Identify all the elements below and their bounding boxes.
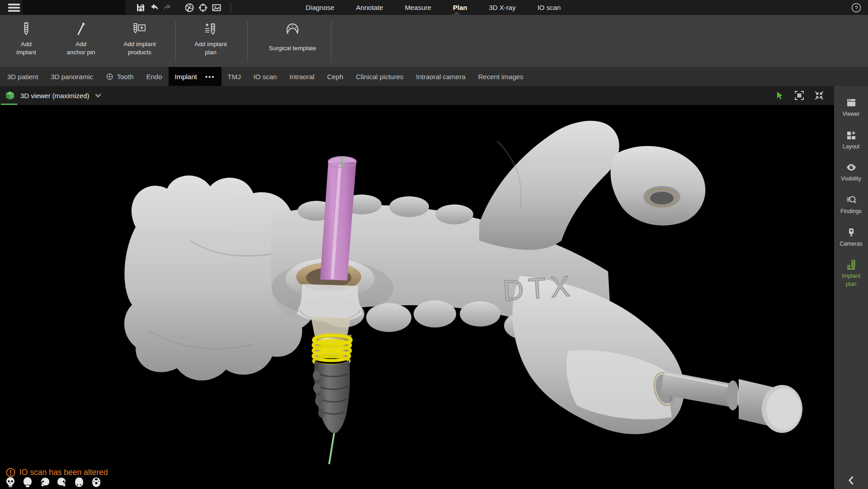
implant-icon [20, 22, 32, 36]
implant-axis-line-top [342, 157, 342, 167]
implant-plan-icon [203, 22, 218, 36]
findings-icon [846, 195, 857, 205]
tab-label: Intraoral [289, 73, 314, 81]
sidebar-item-cameras[interactable]: Cameras [834, 221, 868, 254]
tab-label: 3D patient [7, 73, 38, 81]
anchor-pin-icon [75, 22, 87, 36]
chevron-down-icon[interactable] [94, 91, 102, 100]
tooth-icon [106, 73, 113, 81]
io-scan-warning: IO scan has been altered [6, 468, 108, 477]
sidebar-item-label: plan [846, 281, 857, 288]
tab-recent-images[interactable]: Recent images [472, 67, 530, 86]
add-implant-products-button[interactable]: Add implantproducts [111, 15, 168, 67]
surgical-template-icon [284, 22, 301, 36]
viewer-panel: 3D viewer (maximized) [0, 86, 834, 489]
3d-canvas[interactable]: DTX [0, 105, 834, 489]
tab-3d-patient[interactable]: 3D patient [1, 67, 44, 86]
plan-active-notch [453, 11, 461, 15]
tab-implant[interactable]: Implant ••• [169, 67, 222, 86]
view-orientation-buttons [5, 476, 102, 488]
target-icon[interactable] [198, 3, 208, 13]
button-label: anchor pin [66, 48, 95, 57]
patient-info-area [23, 0, 126, 15]
window-icon [846, 97, 857, 108]
menu-annotate[interactable]: Annotate [356, 4, 383, 11]
sidebar-item-label: Cameras [840, 241, 863, 248]
topbar-separator [231, 3, 231, 13]
skull-left-icon[interactable] [39, 476, 51, 488]
undo-icon[interactable] [149, 3, 159, 13]
add-anchor-pin-button[interactable]: Addanchor pin [56, 15, 106, 67]
sidebar-item-label: Layout [843, 143, 860, 151]
skull-bottom-icon[interactable] [90, 476, 102, 488]
tab-label: TMJ [228, 73, 241, 81]
menu-plan[interactable]: Plan [453, 4, 467, 11]
menu-diagnose[interactable]: Diagnose [306, 4, 334, 11]
menu-measure[interactable]: Measure [405, 4, 431, 11]
restore-view-icon[interactable] [814, 90, 824, 100]
tab-label: Ceph [327, 73, 343, 81]
tab-ceph[interactable]: Ceph [321, 67, 349, 86]
3d-cube-icon [5, 90, 15, 100]
add-implant-button[interactable]: Addimplant [7, 15, 45, 67]
sidebar-item-label: Visibility [841, 176, 861, 183]
add-implant-plan-button[interactable]: Add implantplan [182, 15, 239, 67]
warning-text: IO scan has been altered [19, 468, 108, 477]
viewer-title: 3D viewer (maximized) [20, 92, 90, 100]
sidebar-item-layout[interactable]: Layout [834, 124, 868, 157]
viewer-header: 3D viewer (maximized) [0, 86, 834, 105]
button-label: Add [66, 40, 95, 48]
aperture-icon[interactable] [184, 3, 194, 13]
skull-front-icon[interactable] [5, 476, 16, 488]
button-label: Surgical template [269, 44, 316, 52]
tab-intraoral-camera[interactable]: Intraoral camera [410, 67, 472, 86]
camera-icon [846, 227, 857, 238]
button-label: implant [16, 48, 36, 57]
sidebar-item-visibility[interactable]: Visibility [834, 156, 868, 189]
head-top-icon[interactable] [73, 476, 85, 488]
tab-intraoral[interactable]: Intraoral [283, 67, 321, 86]
sidebar-item-implant-plan[interactable]: Implant plan [834, 253, 868, 294]
cursor-icon[interactable] [774, 90, 784, 100]
workspace-tabs: 3D patient 3D panoramic Tooth Endo Impla… [0, 67, 868, 86]
toolbar-separator [247, 20, 248, 62]
menu-3d-xray[interactable]: 3D X-ray [489, 4, 516, 11]
tab-clinical-pictures[interactable]: Clinical pictures [349, 67, 410, 86]
tab-label: Implant [175, 73, 197, 81]
surgical-template-button[interactable]: Surgical template [254, 15, 331, 67]
tab-label: IO scan [254, 73, 277, 81]
eye-icon [846, 162, 857, 173]
implant-body[interactable] [313, 360, 350, 433]
button-label: products [123, 48, 156, 57]
redo-icon[interactable] [163, 3, 173, 13]
warning-icon [6, 468, 15, 477]
right-sidebar: Viewer Layout Visibility [834, 86, 868, 489]
head-back-icon[interactable] [22, 476, 33, 488]
chevron-left-icon[interactable] [845, 475, 857, 486]
button-label: Add [16, 40, 36, 48]
tab-tooth[interactable]: Tooth [99, 67, 140, 86]
button-label: Add implant [123, 40, 156, 48]
skull-right-icon[interactable] [56, 476, 68, 488]
menu-icon[interactable] [8, 4, 20, 12]
tab-implant-overflow[interactable]: ••• [205, 73, 215, 81]
tab-io-scan[interactable]: IO scan [247, 67, 283, 86]
tab-tmj[interactable]: TMJ [222, 67, 247, 86]
button-label: Add implant [194, 40, 226, 48]
save-icon[interactable] [136, 3, 146, 13]
image-icon[interactable] [212, 3, 222, 13]
sidebar-item-viewer[interactable]: Viewer [834, 91, 868, 124]
tab-3d-panoramic[interactable]: 3D panoramic [44, 67, 99, 86]
tab-label: Endo [146, 73, 162, 81]
help-icon[interactable]: ? [851, 2, 862, 13]
button-label: plan [194, 48, 226, 57]
sidebar-item-findings[interactable]: Findings [834, 189, 868, 221]
fit-screen-icon[interactable] [794, 90, 804, 100]
surgical-template-model[interactable]: DTX [124, 121, 705, 434]
sleeve-housing[interactable] [297, 284, 363, 340]
svg-text:?: ? [854, 4, 858, 11]
implant-products-icon [132, 22, 147, 36]
menu-io-scan[interactable]: IO scan [538, 4, 561, 11]
tab-endo[interactable]: Endo [140, 67, 168, 86]
3d-scene[interactable]: DTX [0, 105, 834, 489]
